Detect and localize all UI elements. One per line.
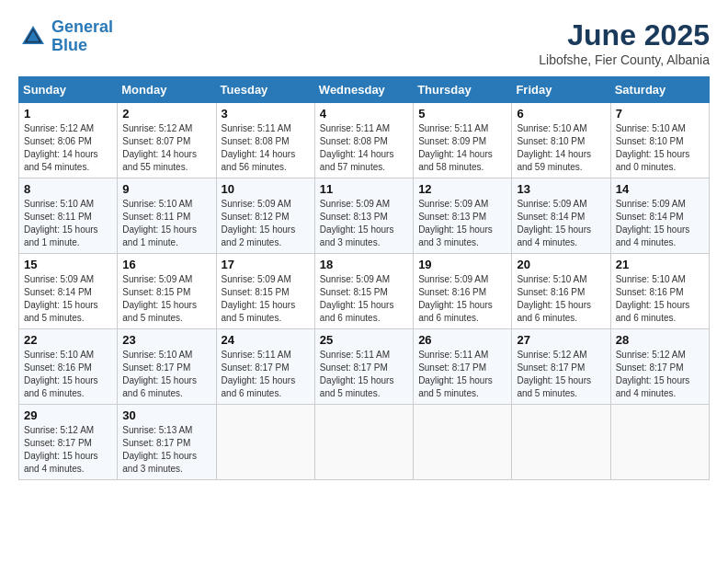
day-info: Sunrise: 5:10 AM Sunset: 8:16 PM Dayligh… <box>517 273 605 325</box>
day-info: Sunrise: 5:10 AM Sunset: 8:17 PM Dayligh… <box>122 349 210 400</box>
calendar-cell: 23Sunrise: 5:10 AM Sunset: 8:17 PM Dayli… <box>118 329 216 405</box>
day-info: Sunrise: 5:09 AM Sunset: 8:16 PM Dayligh… <box>418 273 506 325</box>
calendar-cell: 27Sunrise: 5:12 AM Sunset: 8:17 PM Dayli… <box>512 329 610 405</box>
day-number: 1 <box>24 107 112 121</box>
day-info: Sunrise: 5:12 AM Sunset: 8:17 PM Dayligh… <box>24 424 112 476</box>
day-info: Sunrise: 5:09 AM Sunset: 8:15 PM Dayligh… <box>222 273 310 325</box>
calendar-cell <box>512 405 610 480</box>
calendar-week-4: 22Sunrise: 5:10 AM Sunset: 8:16 PM Dayli… <box>19 329 710 405</box>
calendar-cell: 11Sunrise: 5:09 AM Sunset: 8:13 PM Dayli… <box>314 178 413 254</box>
day-info: Sunrise: 5:09 AM Sunset: 8:15 PM Dayligh… <box>320 273 408 325</box>
day-number: 18 <box>320 258 408 271</box>
calendar-cell: 22Sunrise: 5:10 AM Sunset: 8:16 PM Dayli… <box>19 329 118 405</box>
calendar-cell <box>216 405 314 480</box>
day-number: 6 <box>517 107 605 121</box>
day-info: Sunrise: 5:11 AM Sunset: 8:09 PM Dayligh… <box>418 122 506 174</box>
day-number: 20 <box>517 258 605 271</box>
calendar-cell: 12Sunrise: 5:09 AM Sunset: 8:13 PM Dayli… <box>414 178 512 254</box>
day-info: Sunrise: 5:09 AM Sunset: 8:12 PM Dayligh… <box>222 198 310 249</box>
weekday-header-row: SundayMondayTuesdayWednesdayThursdayFrid… <box>19 77 710 103</box>
day-info: Sunrise: 5:11 AM Sunset: 8:17 PM Dayligh… <box>418 349 506 400</box>
day-number: 3 <box>222 107 310 121</box>
calendar-cell: 5Sunrise: 5:11 AM Sunset: 8:09 PM Daylig… <box>414 103 512 178</box>
calendar-cell: 15Sunrise: 5:09 AM Sunset: 8:14 PM Dayli… <box>19 254 118 329</box>
weekday-header-friday: Friday <box>512 77 610 103</box>
day-number: 24 <box>222 333 310 347</box>
day-number: 15 <box>24 258 112 271</box>
calendar-cell: 7Sunrise: 5:10 AM Sunset: 8:10 PM Daylig… <box>610 103 709 178</box>
day-number: 28 <box>616 333 704 347</box>
weekday-header-tuesday: Tuesday <box>216 77 314 103</box>
day-number: 10 <box>222 182 310 196</box>
calendar-cell: 6Sunrise: 5:10 AM Sunset: 8:10 PM Daylig… <box>512 103 610 178</box>
weekday-header-saturday: Saturday <box>610 77 709 103</box>
day-info: Sunrise: 5:10 AM Sunset: 8:11 PM Dayligh… <box>24 198 112 249</box>
day-number: 21 <box>616 258 704 271</box>
calendar-cell: 21Sunrise: 5:10 AM Sunset: 8:16 PM Dayli… <box>610 254 709 329</box>
logo-text: General Blue <box>51 18 113 55</box>
day-number: 7 <box>616 107 704 121</box>
day-info: Sunrise: 5:09 AM Sunset: 8:13 PM Dayligh… <box>418 198 506 249</box>
day-number: 12 <box>418 182 506 196</box>
logo-line1: General <box>51 17 113 36</box>
day-info: Sunrise: 5:09 AM Sunset: 8:14 PM Dayligh… <box>616 198 704 249</box>
day-info: Sunrise: 5:10 AM Sunset: 8:10 PM Dayligh… <box>616 122 704 174</box>
weekday-header-sunday: Sunday <box>19 77 118 103</box>
calendar-week-1: 1Sunrise: 5:12 AM Sunset: 8:06 PM Daylig… <box>19 103 710 178</box>
calendar-cell: 9Sunrise: 5:10 AM Sunset: 8:11 PM Daylig… <box>118 178 216 254</box>
day-info: Sunrise: 5:11 AM Sunset: 8:17 PM Dayligh… <box>222 349 310 400</box>
calendar-subtitle: Libofshe, Fier County, Albania <box>539 52 710 67</box>
calendar-cell: 25Sunrise: 5:11 AM Sunset: 8:17 PM Dayli… <box>314 329 413 405</box>
calendar-cell: 4Sunrise: 5:11 AM Sunset: 8:08 PM Daylig… <box>314 103 413 178</box>
logo-icon <box>18 22 48 52</box>
day-info: Sunrise: 5:11 AM Sunset: 8:08 PM Dayligh… <box>320 122 408 174</box>
day-number: 2 <box>122 107 210 121</box>
day-info: Sunrise: 5:10 AM Sunset: 8:16 PM Dayligh… <box>616 273 704 325</box>
day-info: Sunrise: 5:12 AM Sunset: 8:07 PM Dayligh… <box>122 122 210 174</box>
calendar-cell: 17Sunrise: 5:09 AM Sunset: 8:15 PM Dayli… <box>216 254 314 329</box>
calendar-cell <box>314 405 413 480</box>
calendar-week-3: 15Sunrise: 5:09 AM Sunset: 8:14 PM Dayli… <box>19 254 710 329</box>
day-number: 29 <box>24 408 112 422</box>
weekday-header-monday: Monday <box>118 77 216 103</box>
day-number: 9 <box>122 182 210 196</box>
day-number: 16 <box>122 258 210 271</box>
day-info: Sunrise: 5:09 AM Sunset: 8:14 PM Dayligh… <box>517 198 605 249</box>
page-header: General Blue June 2025 Libofshe, Fier Co… <box>18 18 710 67</box>
calendar-cell: 26Sunrise: 5:11 AM Sunset: 8:17 PM Dayli… <box>414 329 512 405</box>
day-number: 4 <box>320 107 408 121</box>
day-info: Sunrise: 5:10 AM Sunset: 8:11 PM Dayligh… <box>122 198 210 249</box>
calendar-cell: 2Sunrise: 5:12 AM Sunset: 8:07 PM Daylig… <box>118 103 216 178</box>
day-number: 23 <box>122 333 210 347</box>
day-number: 13 <box>517 182 605 196</box>
calendar-title: June 2025 <box>539 18 710 52</box>
day-info: Sunrise: 5:09 AM Sunset: 8:13 PM Dayligh… <box>320 198 408 249</box>
calendar-cell <box>610 405 709 480</box>
calendar-cell <box>414 405 512 480</box>
logo-line2: Blue <box>51 36 87 54</box>
day-info: Sunrise: 5:11 AM Sunset: 8:17 PM Dayligh… <box>320 349 408 400</box>
calendar-cell: 10Sunrise: 5:09 AM Sunset: 8:12 PM Dayli… <box>216 178 314 254</box>
day-number: 26 <box>418 333 506 347</box>
calendar-cell: 16Sunrise: 5:09 AM Sunset: 8:15 PM Dayli… <box>118 254 216 329</box>
day-info: Sunrise: 5:12 AM Sunset: 8:17 PM Dayligh… <box>517 349 605 400</box>
calendar-cell: 28Sunrise: 5:12 AM Sunset: 8:17 PM Dayli… <box>610 329 709 405</box>
calendar-cell: 24Sunrise: 5:11 AM Sunset: 8:17 PM Dayli… <box>216 329 314 405</box>
day-info: Sunrise: 5:09 AM Sunset: 8:15 PM Dayligh… <box>122 273 210 325</box>
calendar-week-5: 29Sunrise: 5:12 AM Sunset: 8:17 PM Dayli… <box>19 405 710 480</box>
day-number: 22 <box>24 333 112 347</box>
title-block: June 2025 Libofshe, Fier County, Albania <box>539 18 710 67</box>
calendar-cell: 19Sunrise: 5:09 AM Sunset: 8:16 PM Dayli… <box>414 254 512 329</box>
day-info: Sunrise: 5:13 AM Sunset: 8:17 PM Dayligh… <box>122 424 210 476</box>
calendar-cell: 18Sunrise: 5:09 AM Sunset: 8:15 PM Dayli… <box>314 254 413 329</box>
calendar-cell: 8Sunrise: 5:10 AM Sunset: 8:11 PM Daylig… <box>19 178 118 254</box>
logo: General Blue <box>18 18 113 55</box>
calendar-cell: 13Sunrise: 5:09 AM Sunset: 8:14 PM Dayli… <box>512 178 610 254</box>
day-info: Sunrise: 5:12 AM Sunset: 8:17 PM Dayligh… <box>616 349 704 400</box>
day-info: Sunrise: 5:11 AM Sunset: 8:08 PM Dayligh… <box>222 122 310 174</box>
day-number: 27 <box>517 333 605 347</box>
calendar-week-2: 8Sunrise: 5:10 AM Sunset: 8:11 PM Daylig… <box>19 178 710 254</box>
day-info: Sunrise: 5:12 AM Sunset: 8:06 PM Dayligh… <box>24 122 112 174</box>
day-number: 11 <box>320 182 408 196</box>
calendar-cell: 29Sunrise: 5:12 AM Sunset: 8:17 PM Dayli… <box>19 405 118 480</box>
